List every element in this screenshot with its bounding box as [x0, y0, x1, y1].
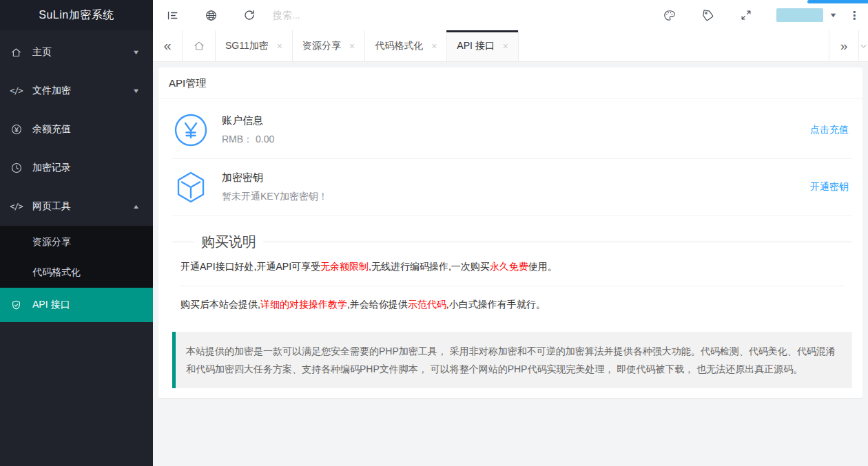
tab-sg11[interactable]: SG11加密 ×	[216, 30, 293, 61]
username-redacted-block[interactable]	[776, 8, 823, 22]
sidebar-item-label: 代码格式化	[32, 266, 81, 279]
collapse-menu-icon[interactable]	[153, 0, 192, 30]
divider	[180, 286, 844, 286]
topbar: ▼ ⋮	[153, 0, 868, 30]
api-management-card: API管理 账户信息 RMB： 0.00 点击充值	[158, 67, 862, 398]
account-info-text: 账户信息 RMB： 0.00	[222, 114, 274, 146]
code-icon: </>	[0, 86, 32, 96]
highlight-text: 详细的对接操作教学	[260, 299, 347, 310]
highlight-text: 无余额限制	[320, 261, 369, 272]
palette-icon[interactable]	[650, 0, 688, 30]
sidebar-item-code-format[interactable]: 代码格式化	[0, 257, 153, 288]
text-segment: ,无线进行编码操作,一次购买	[369, 261, 490, 272]
activate-key-link[interactable]: 开通密钥	[810, 181, 849, 193]
text-segment: 使用。	[528, 261, 557, 272]
globe-icon[interactable]	[192, 0, 230, 30]
card-title: API管理	[158, 67, 862, 99]
chevron-up-icon: ▲	[132, 203, 141, 210]
highlight-text: 示范代码	[408, 299, 446, 310]
shield-check-icon	[0, 299, 32, 311]
topbar-right: ▼ ⋮	[650, 0, 868, 30]
sidebar-item-label: 网页工具	[32, 200, 133, 213]
chevron-down-icon[interactable]: ▼	[829, 12, 837, 19]
purchase-info-legend: 购买说明	[194, 233, 263, 251]
text-segment: 开通API接口好处,开通API可享受	[180, 261, 320, 272]
scroll-tabs-right-icon[interactable]: »	[829, 30, 858, 61]
fullscreen-icon[interactable]	[727, 0, 765, 30]
encryption-key-row: 加密密钥 暂未开通KEY加密密钥！ 开通密钥	[172, 159, 852, 216]
tab-bar-right: »	[829, 30, 868, 61]
app-logo: SuLin加密系统	[0, 0, 153, 30]
text-segment: ,并会给你提供	[347, 299, 408, 310]
sidebar-submenu-web-tools: 资源分享 代码格式化 API 接口	[0, 226, 153, 322]
tab-label: 资源分享	[302, 40, 341, 52]
tab-bar: « SG11加密 × 资源分享 × 代码格式化 × API 接口 × »	[153, 30, 868, 62]
home-icon	[193, 40, 205, 52]
search-input[interactable]	[273, 10, 417, 21]
scroll-tabs-left-icon[interactable]: «	[153, 30, 183, 61]
purchase-info-fieldset: 购买说明 开通API接口好处,开通API可享受无余额限制,无线进行编码操作,一次…	[172, 233, 852, 322]
encryption-key-text: 加密密钥 暂未开通KEY加密密钥！	[222, 171, 328, 203]
close-icon[interactable]: ×	[431, 41, 437, 52]
search-box	[273, 9, 417, 21]
top-progress-strip	[807, 0, 868, 3]
purchase-benefit-text: 开通API接口好处,开通API可享受无余额限制,无线进行编码操作,一次购买永久免…	[180, 261, 844, 273]
highlight-text: 永久免费	[490, 261, 528, 272]
text-segment: 购买后本站会提供,	[180, 299, 260, 310]
home-icon	[0, 47, 32, 59]
close-icon[interactable]: ×	[349, 41, 355, 52]
page-content: API管理 账户信息 RMB： 0.00 点击充值	[153, 62, 868, 466]
row-title: 加密密钥	[222, 171, 328, 184]
recharge-link[interactable]: 点击充值	[810, 124, 849, 136]
home-tab[interactable]	[183, 30, 216, 61]
sidebar-item-file-encrypt[interactable]: </> 文件加密 ▼	[0, 72, 153, 110]
sidebar-item-resource-share[interactable]: 资源分享	[0, 227, 153, 257]
sidebar-item-records[interactable]: 加密记录	[0, 149, 153, 187]
sidebar-item-home[interactable]: 主页 ▼	[0, 33, 153, 72]
sidebar-item-label: 文件加密	[32, 85, 133, 97]
sidebar-item-label: 余额充值	[32, 123, 153, 136]
sidebar: SuLin加密系统 主页 ▼ </> 文件加密 ▼ 余额充值 加密记录	[0, 0, 153, 466]
main-area: ▼ ⋮ « SG11加密 × 资源分享 × 代码格式化 × API 接口 × »	[153, 0, 868, 466]
sidebar-item-api[interactable]: API 接口	[0, 288, 153, 322]
sidebar-item-label: 加密记录	[32, 162, 153, 174]
product-description-quote: 本站提供的加密是一款可以满足您安全需要的PHP加密工具， 采用非对称加密和不可逆…	[172, 332, 852, 388]
sidebar-item-web-tools[interactable]: </> 网页工具 ▲	[0, 187, 153, 226]
sidebar-item-label: 主页	[32, 46, 133, 59]
account-info-row: 账户信息 RMB： 0.00 点击充值	[172, 102, 852, 159]
sidebar-item-label: API 接口	[32, 299, 70, 311]
yen-circle-icon	[0, 123, 32, 136]
card-body: 账户信息 RMB： 0.00 点击充值 加密密钥 暂未开通KEY加密密钥！ 开通…	[158, 99, 862, 398]
tag-icon[interactable]	[688, 0, 727, 30]
text-segment: ,小白式操作有手就行。	[446, 299, 546, 310]
close-icon[interactable]: ×	[277, 41, 282, 52]
refresh-icon[interactable]	[230, 0, 269, 30]
tab-label: API 接口	[457, 40, 494, 52]
purchase-support-text: 购买后本站会提供,详细的对接操作教学,并会给你提供示范代码,小白式操作有手就行。	[180, 299, 844, 311]
clock-icon	[0, 162, 32, 174]
cube-icon	[174, 170, 208, 204]
yen-circle-icon	[174, 113, 208, 147]
sidebar-nav: 主页 ▼ </> 文件加密 ▼ 余额充值 加密记录 </> 网页工具 ▲	[0, 30, 153, 322]
tab-api[interactable]: API 接口 ×	[447, 30, 519, 61]
tab-resource-share[interactable]: 资源分享 ×	[293, 30, 365, 61]
row-title: 账户信息	[222, 114, 274, 127]
code-icon: </>	[0, 202, 32, 211]
key-status: 暂未开通KEY加密密钥！	[222, 191, 328, 203]
more-options-icon[interactable]: ⋮	[840, 9, 868, 22]
tab-label: 代码格式化	[375, 40, 423, 52]
close-icon[interactable]: ×	[503, 41, 508, 52]
balance-value: RMB： 0.00	[222, 134, 274, 146]
tab-label: SG11加密	[225, 40, 269, 52]
tab-options-icon[interactable]	[858, 30, 868, 61]
tab-code-format[interactable]: 代码格式化 ×	[365, 30, 447, 61]
sidebar-item-recharge[interactable]: 余额充值	[0, 110, 153, 149]
chevron-down-icon: ▼	[132, 87, 141, 94]
chevron-down-icon: ▼	[132, 49, 141, 56]
sidebar-item-label: 资源分享	[32, 236, 71, 248]
